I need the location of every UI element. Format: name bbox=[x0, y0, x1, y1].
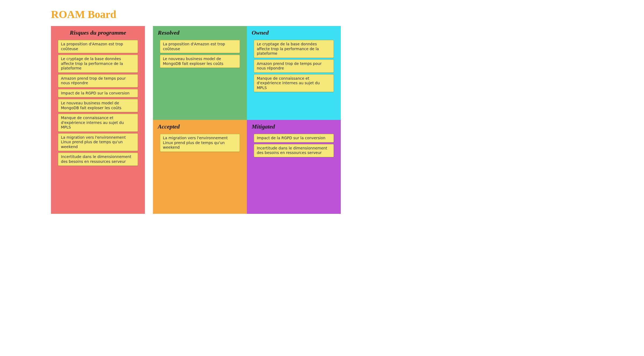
risk-card[interactable]: La proposition d'Amazon est trop coûteus… bbox=[58, 40, 138, 53]
risk-card[interactable]: Le nouveau business model de MongoDB fai… bbox=[58, 99, 138, 112]
risk-card[interactable]: La proposition d'Amazon est trop coûteus… bbox=[160, 40, 240, 53]
risk-card[interactable]: Le cryptage de la base données affecte t… bbox=[254, 40, 334, 58]
risk-card[interactable]: Amazon prend trop de temps pour nous rép… bbox=[254, 60, 334, 73]
column-accepted: Accepted La migration vers l'environneme… bbox=[153, 120, 247, 214]
risk-card[interactable]: Manque de connaissance et d'expérience i… bbox=[254, 74, 334, 92]
roam-board: Risques du programme La proposition d'Am… bbox=[51, 26, 604, 214]
risk-card[interactable]: La migration vers l'environnement Linux … bbox=[58, 133, 138, 151]
column-resolved: Resolved La proposition d'Amazon est tro… bbox=[153, 26, 247, 120]
column-header-risques: Risques du programme bbox=[55, 29, 141, 36]
card-list-mitigated: Impact de la RGPD sur la conversion Ince… bbox=[251, 134, 337, 157]
column-header-mitigated: Mitigated bbox=[252, 123, 337, 130]
risk-card[interactable]: Incertitude dans le dimensionnement des … bbox=[58, 153, 138, 166]
column-header-resolved: Resolved bbox=[158, 29, 243, 36]
risk-card[interactable]: Amazon prend trop de temps pour nous rép… bbox=[58, 74, 138, 87]
column-risques: Risques du programme La proposition d'Am… bbox=[51, 26, 145, 214]
risk-card[interactable]: Le nouveau business model de MongoDB fai… bbox=[160, 55, 240, 68]
column-header-owned: Owned bbox=[252, 29, 337, 36]
page-title: ROAM Board bbox=[51, 8, 604, 21]
column-mitigated: Mitigated Impact de la RGPD sur la conve… bbox=[247, 120, 341, 214]
risk-card[interactable]: Incertitude dans le dimensionnement des … bbox=[254, 144, 334, 157]
risk-card[interactable]: Impact de la RGPD sur la conversion bbox=[254, 134, 334, 142]
card-list-owned: Le cryptage de la base données affecte t… bbox=[251, 40, 337, 92]
card-list-resolved: La proposition d'Amazon est trop coûteus… bbox=[157, 40, 243, 68]
risk-card[interactable]: Manque de connaissance et d'expérience i… bbox=[58, 114, 138, 132]
column-header-accepted: Accepted bbox=[158, 123, 243, 130]
card-list-risques: La proposition d'Amazon est trop coûteus… bbox=[55, 40, 141, 166]
risk-card[interactable]: La migration vers l'environnement Linux … bbox=[160, 134, 240, 152]
card-list-accepted: La migration vers l'environnement Linux … bbox=[157, 134, 243, 152]
risk-card[interactable]: Impact de la RGPD sur la conversion bbox=[58, 89, 138, 98]
column-owned: Owned Le cryptage de la base données aff… bbox=[247, 26, 341, 120]
risk-card[interactable]: Le cryptage de la base données affecte t… bbox=[58, 55, 138, 73]
